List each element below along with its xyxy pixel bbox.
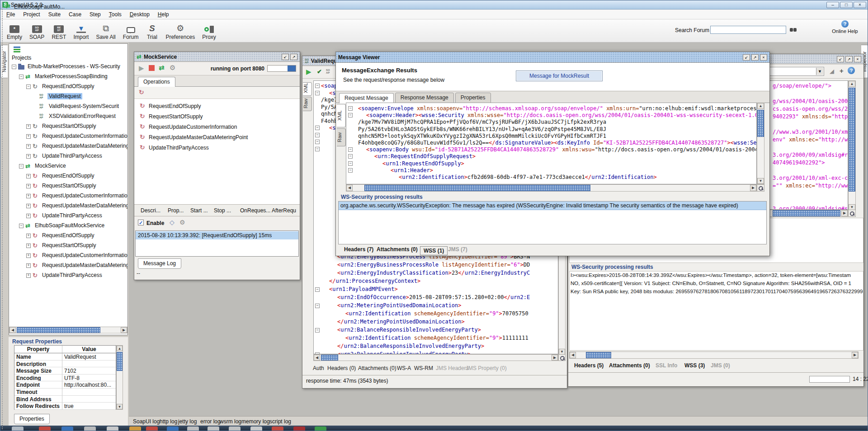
taskbar-app-icon[interactable]: [84, 426, 96, 431]
filter-icon[interactable]: ◢: [830, 68, 834, 75]
taskbar-app-icon[interactable]: [129, 426, 141, 431]
menu-help[interactable]: Help: [154, 10, 173, 19]
log-tab-jetty-log[interactable]: jetty log: [178, 418, 197, 425]
tree-item[interactable]: SOAPValidRequest: [9, 92, 127, 102]
mock-operation-icon[interactable]: ↻: [139, 89, 144, 96]
response-tab-wss[interactable]: WSS (3): [684, 362, 705, 369]
tree-item[interactable]: +↻RequestUpdateCustomerInformation: [9, 191, 127, 201]
app-titlebar[interactable]: S SoapUI 5.2.0 – □ ×: [0, 0, 868, 9]
windows-taskbar[interactable]: [0, 426, 868, 431]
tree-item[interactable]: +↻UpdateThirdPartyAccess: [9, 151, 127, 161]
window-close-icon[interactable]: ×: [854, 56, 861, 62]
mock-inspector-tab[interactable]: OnReques...: [240, 207, 270, 214]
dialog-tab-headers[interactable]: Headers (7): [344, 246, 373, 253]
tree-expand-toggle[interactable]: +: [26, 204, 31, 208]
tree-expand-toggle[interactable]: +: [26, 244, 31, 248]
response-tab-jms[interactable]: JMS (0): [711, 362, 730, 369]
properties-bottom-tab[interactable]: Properties: [14, 414, 50, 424]
fold-toggle[interactable]: −: [315, 140, 320, 144]
tree-item[interactable]: +↻RequestUpdateMasterDataMeteringPoint: [9, 201, 127, 211]
navigator-menu-icon[interactable]: [14, 47, 22, 52]
dialog-hscrollbar[interactable]: ◀▶: [346, 184, 757, 192]
request-hscrollbar[interactable]: ◀▶: [313, 354, 558, 361]
mock-inspector-tab[interactable]: AfterRequ: [272, 207, 296, 214]
raw-side-tab[interactable]: Raw: [303, 97, 312, 111]
tree-item[interactable]: +↻RequestEndOfSupply: [9, 171, 127, 181]
request-inspector-tab-ws-a[interactable]: WS-A: [397, 365, 411, 371]
wss-hscrollbar[interactable]: ◀▶: [569, 351, 859, 359]
log-tab-error-log[interactable]: error log: [200, 418, 221, 425]
tree-expand-toggle[interactable]: +: [26, 134, 31, 139]
run-mockservice-button[interactable]: ▶: [139, 64, 144, 72]
prop-value[interactable]: http://localhost:80...: [62, 381, 116, 389]
menu-file[interactable]: File: [2, 10, 19, 19]
menu-suite[interactable]: Suite: [44, 10, 65, 19]
tree-item[interactable]: −↻RequestEndOfSupply: [9, 82, 127, 92]
tree-expand-toggle[interactable]: +: [26, 194, 31, 198]
taskbar-app-icon[interactable]: [39, 426, 51, 431]
mock-inspector-tab[interactable]: Start ...: [190, 207, 208, 214]
tree-hscrollbar[interactable]: ◀ ▶: [9, 327, 127, 333]
zoom-xml-icon[interactable]: [848, 210, 856, 217]
menu-tools[interactable]: Tools: [105, 10, 126, 19]
help-icon[interactable]: ?: [848, 67, 855, 74]
request-inspector-tab-ws-rm[interactable]: WS-RM: [414, 365, 433, 371]
tree-item[interactable]: +↻RequestUpdateCustomerInformation: [9, 131, 127, 141]
prop-value[interactable]: [62, 361, 116, 368]
tree-item[interactable]: +↻RequestUpdateMasterDataMeteringPoint: [9, 261, 127, 271]
tree-item[interactable]: +↻RequestStartOfSupply: [9, 241, 127, 251]
tree-item[interactable]: SOAPValidRequest-System/Securit: [9, 102, 127, 112]
wss-exception-row[interactable]: org.apache.ws.security.WSSecurityExcepti…: [339, 201, 766, 210]
menu-step[interactable]: Step: [85, 10, 105, 19]
projects-root-label[interactable]: Projects: [12, 55, 31, 61]
tree-item[interactable]: −Elhub-MarketProcesses - WS-Security: [9, 62, 127, 72]
prop-value[interactable]: UTF-8: [62, 375, 116, 382]
tree-item[interactable]: +↻UpdateThirdPartyAccess: [9, 271, 127, 281]
raw-side-tab[interactable]: Raw: [337, 128, 346, 146]
fold-toggle[interactable]: −: [348, 147, 353, 152]
fold-toggle[interactable]: −: [315, 91, 320, 95]
toolbar-button-trial[interactable]: STrial: [142, 20, 162, 41]
menu-case[interactable]: Case: [65, 10, 85, 19]
prop-value[interactable]: [62, 396, 116, 403]
request-inspector-tab-jms[interactable]: JMS Headers: [436, 365, 469, 371]
restart-icon[interactable]: ⇄: [159, 64, 165, 72]
combobox-arrow-icon[interactable]: ▼: [816, 68, 823, 75]
tree-item[interactable]: SOAPXSDValidationErrorRequest: [9, 112, 127, 122]
window-maximize-button[interactable]: □: [840, 2, 853, 8]
zoom-xml-icon[interactable]: [558, 354, 566, 361]
toolbar-button-preferences[interactable]: ⚙Preferences: [162, 20, 198, 41]
tree-expand-toggle[interactable]: +: [26, 174, 31, 178]
tree-expand-toggle[interactable]: +: [26, 253, 31, 258]
tree-item[interactable]: +↻RequestUpdateCustomerInformation: [9, 251, 127, 261]
tree-item[interactable]: −⇄MockService: [9, 161, 127, 171]
toolbar-button-soap[interactable]: SOAPSOAP: [26, 20, 48, 41]
mock-operation-row[interactable]: ↻RequestEndOfSupply: [134, 101, 300, 112]
taskbar-app-icon[interactable]: [146, 426, 158, 431]
mock-operation-row[interactable]: ↻RequestUpdateCustomerInformation: [134, 122, 300, 132]
dialog-tab-wss[interactable]: WSS (1): [420, 246, 448, 255]
tree-expand-toggle[interactable]: +: [26, 214, 31, 218]
taskbar-app-icon[interactable]: [61, 426, 73, 431]
request-inspector-tab-auth[interactable]: Auth: [313, 365, 324, 371]
enable-log-checkbox[interactable]: ✓: [138, 220, 144, 225]
message-log-tab[interactable]: Message Log: [138, 258, 181, 269]
xml-side-tab[interactable]: XML: [303, 82, 312, 96]
window-minimize-button[interactable]: –: [826, 2, 839, 8]
log-tab-memory-log[interactable]: memory log: [241, 418, 270, 425]
dialog-close-icon[interactable]: ×: [760, 54, 767, 61]
fold-toggle[interactable]: −: [315, 328, 320, 333]
taskbar-app-icon[interactable]: [167, 426, 179, 431]
search-icon[interactable]: [790, 27, 797, 33]
mock-operation-row[interactable]: ↻RequestUpdateMasterDataMeteringPoint: [134, 132, 300, 143]
fold-toggle[interactable]: −: [348, 113, 353, 117]
fold-toggle[interactable]: −: [348, 154, 353, 159]
tree-item[interactable]: +↻RequestStartOfSupply: [9, 122, 127, 131]
tree-item[interactable]: +↻RequestStartOfSupply: [9, 181, 127, 191]
response-vscrollbar[interactable]: ▲▼: [848, 80, 856, 211]
stop-mockservice-button[interactable]: [149, 65, 155, 71]
tab-properties[interactable]: Properties: [455, 93, 491, 103]
mock-inspector-tab[interactable]: Prop...: [168, 207, 184, 214]
prop-value[interactable]: [62, 389, 116, 396]
submit-check-icon[interactable]: ✔: [317, 68, 322, 75]
